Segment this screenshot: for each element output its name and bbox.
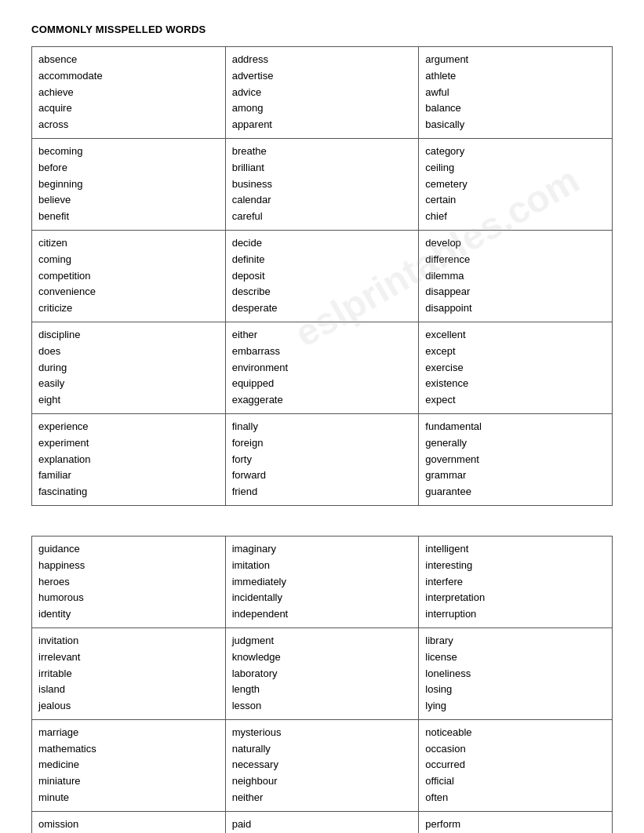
word-item: jealous: [38, 698, 219, 715]
tables-container: absenceaccommodateachieveacquireacrossad…: [31, 46, 613, 833]
word-item: brilliant: [232, 160, 413, 176]
word-item: heroes: [38, 574, 219, 591]
word-table-1: absenceaccommodateachieveacquireacrossad…: [31, 46, 613, 506]
table-row: invitationirrelevantirritableislandjealo…: [32, 627, 613, 719]
table-cell: decidedefinitedepositdescribedesperate: [225, 230, 419, 322]
word-item: equipped: [232, 376, 413, 392]
word-item: irritable: [38, 666, 219, 682]
table-cell: categoryceilingcemeterycertainchief: [419, 138, 613, 230]
word-item: balance: [425, 100, 606, 117]
table-cell: addressadvertiseadviceamongapparent: [225, 47, 419, 139]
table-cell: finallyforeignfortyforwardfriend: [225, 413, 419, 505]
word-item: familiar: [38, 467, 219, 484]
table-cell: marriagemathematicsmedicineminiatureminu…: [32, 719, 226, 811]
word-item: chief: [425, 209, 606, 225]
word-item: embarrass: [232, 344, 413, 360]
word-item: definite: [232, 252, 413, 268]
table-cell: developdifferencedilemmadisappeardisappo…: [419, 230, 613, 322]
word-item: difference: [425, 252, 606, 268]
word-item: immediately: [232, 574, 413, 591]
table-row: marriagemathematicsmedicineminiatureminu…: [32, 719, 613, 811]
word-item: necessary: [232, 757, 413, 773]
word-item: happiness: [38, 558, 219, 574]
word-item: acquire: [38, 100, 219, 117]
word-item: guidance: [38, 541, 219, 558]
word-item: losing: [425, 682, 606, 698]
word-table-2: guidancehappinessheroeshumorousidentityi…: [31, 536, 613, 833]
word-item: address: [232, 52, 413, 68]
word-item: experiment: [38, 435, 219, 452]
word-item: government: [425, 452, 606, 468]
table-cell: breathebrilliantbusinesscalendarcareful: [225, 138, 419, 230]
table-row: omissionoperateoptimismoriginalpaidparal…: [32, 811, 613, 833]
word-item: convenience: [38, 284, 219, 300]
word-item: criticize: [38, 300, 219, 317]
word-item: disappoint: [425, 300, 606, 317]
word-item: except: [425, 344, 606, 360]
word-item: omission: [38, 817, 219, 833]
word-item: generally: [425, 435, 606, 452]
word-item: official: [425, 773, 606, 790]
word-item: license: [425, 649, 606, 666]
word-item: beginning: [38, 176, 219, 193]
table-cell: mysteriousnaturallynecessaryneighbournei…: [225, 719, 419, 811]
word-item: across: [38, 117, 219, 133]
word-item: describe: [232, 284, 413, 300]
table-cell: judgmentknowledgelaboratorylengthlesson: [225, 627, 419, 719]
word-item: disappear: [425, 284, 606, 300]
word-item: forward: [232, 467, 413, 484]
word-item: believe: [38, 192, 219, 209]
word-item: explanation: [38, 452, 219, 468]
word-item: finally: [232, 419, 413, 435]
table-row: experienceexperimentexplanationfamiliarf…: [32, 413, 613, 505]
word-item: expect: [425, 392, 606, 409]
word-item: deposit: [232, 268, 413, 285]
word-item: exaggerate: [232, 392, 413, 409]
table-row: disciplinedoesduringeasilyeighteitheremb…: [32, 322, 613, 413]
word-item: experience: [38, 419, 219, 435]
word-item: environment: [232, 360, 413, 376]
word-item: before: [38, 160, 219, 176]
word-item: exercise: [425, 360, 606, 376]
word-item: neighbour: [232, 773, 413, 790]
word-item: occurred: [425, 757, 606, 773]
word-item: humorous: [38, 590, 219, 606]
word-item: apparent: [232, 117, 413, 133]
word-item: achieve: [38, 85, 219, 101]
word-item: judgment: [232, 633, 413, 649]
table-cell: excellentexceptexerciseexistenceexpect: [419, 322, 613, 413]
word-item: lying: [425, 698, 606, 715]
word-item: breathe: [232, 144, 413, 160]
word-item: absence: [38, 52, 219, 68]
word-item: grammar: [425, 467, 606, 484]
word-item: competition: [38, 268, 219, 285]
table-row: becomingbeforebeginningbelievebenefitbre…: [32, 138, 613, 230]
word-item: category: [425, 144, 606, 160]
word-item: interesting: [425, 558, 606, 574]
table-cell: librarylicenselonelinesslosinglying: [419, 627, 613, 719]
word-item: does: [38, 344, 219, 360]
word-item: business: [232, 176, 413, 193]
word-item: awful: [425, 85, 606, 101]
word-item: incidentally: [232, 590, 413, 606]
word-item: irrelevant: [38, 649, 219, 666]
word-item: mathematics: [38, 741, 219, 758]
table-row: guidancehappinessheroeshumorousidentityi…: [32, 536, 613, 627]
word-item: mysterious: [232, 725, 413, 741]
word-item: forty: [232, 452, 413, 468]
word-item: interpretation: [425, 590, 606, 606]
word-item: athlete: [425, 68, 606, 85]
word-item: cemetery: [425, 176, 606, 193]
table-cell: invitationirrelevantirritableislandjealo…: [32, 627, 226, 719]
word-item: invitation: [38, 633, 219, 649]
word-item: decide: [232, 235, 413, 252]
word-item: advertise: [232, 68, 413, 85]
word-item: occasion: [425, 741, 606, 758]
word-item: advice: [232, 85, 413, 101]
word-item: foreign: [232, 435, 413, 452]
word-item: knowledge: [232, 649, 413, 666]
word-item: independent: [232, 606, 413, 623]
word-item: eight: [38, 392, 219, 409]
word-item: minute: [38, 790, 219, 806]
word-item: miniature: [38, 773, 219, 790]
